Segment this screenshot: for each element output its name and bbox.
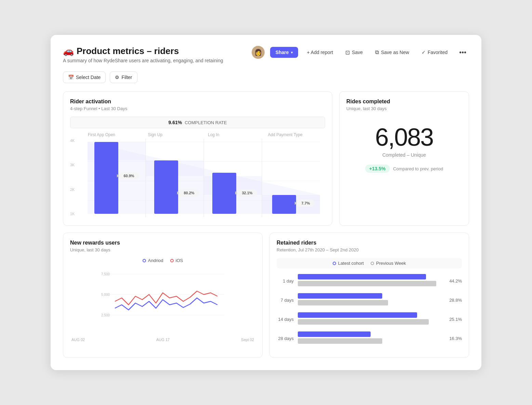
avatar: 👩 — [252, 46, 265, 59]
save-button[interactable]: ⊡ Save — [342, 47, 366, 58]
retention-bar-secondary — [298, 300, 388, 305]
funnel-y-axis: 1K 2K 3K 4K — [70, 139, 82, 219]
page-title: 🚗 Product metrics – riders — [63, 46, 223, 56]
retention-bars — [298, 293, 443, 307]
header-right: 👩 Share ▾ + Add report ⊡ Save ⧉ Save as … — [252, 46, 469, 59]
app-container: 🚗 Product metrics – riders A summary of … — [51, 35, 481, 370]
x-axis-labels: AUG 02 AUG 17 Sept 02 — [70, 336, 255, 342]
save-icon: ⊡ — [345, 49, 350, 56]
retention-bars — [298, 274, 443, 288]
retention-pct: 16.3% — [448, 336, 462, 341]
bottom-grid: New rewards users Unique, last 30 days A… — [63, 233, 469, 358]
retention-row: 1 day 44.2% — [277, 274, 462, 288]
toolbar: 📅 Select Date ⚙ Filter — [63, 71, 469, 83]
legend-previous-week: Previous Week — [371, 261, 406, 266]
retained-riders-subtitle: Retention, Jul 27th 2020 – Sept 2nd 2020 — [277, 247, 462, 252]
retention-day-label: 1 day — [277, 278, 294, 284]
col-label-3: Add Payment Type — [264, 132, 324, 137]
retention-bar-secondary — [298, 319, 429, 325]
change-badge: +13.5% — [365, 165, 390, 173]
more-options-button[interactable]: ••• — [456, 47, 469, 58]
svg-text:32.1%: 32.1% — [242, 191, 252, 195]
rides-value: 6,083 — [346, 125, 462, 149]
android-dot — [143, 259, 146, 262]
rides-value-label: Completed – Unique — [346, 152, 462, 158]
funnel-chart: 1K 2K 3K 4K First App Open Sign Up Log I… — [70, 132, 325, 219]
page-subtitle: A summary of how RydeShare users are act… — [63, 58, 223, 63]
legend-ios: iOS — [170, 258, 183, 263]
svg-rect-11 — [212, 173, 236, 214]
svg-text:60.9%: 60.9% — [123, 174, 134, 178]
add-report-button[interactable]: + Add report — [304, 48, 337, 57]
col-label-0: First App Open — [84, 132, 144, 137]
retention-bar-primary — [298, 331, 371, 337]
retention-bar-secondary — [298, 338, 382, 344]
favorited-button[interactable]: ✓ Favorited — [418, 48, 451, 57]
svg-text:2,500: 2,500 — [101, 313, 110, 317]
calendar-icon: 📅 — [68, 75, 74, 80]
retention-bar-primary — [298, 293, 382, 299]
rider-activation-title: Rider activation — [70, 99, 325, 105]
copy-icon: ⧉ — [375, 49, 379, 55]
retained-riders-card: Retained riders Retention, Jul 27th 2020… — [269, 233, 469, 358]
new-rewards-subtitle: Unique, last 30 days — [70, 247, 255, 252]
rides-completed-card: Rides completed Unique, last 30 days 6,0… — [339, 91, 469, 226]
rides-completed-subtitle: Unique, last 30 days — [346, 106, 462, 111]
share-button[interactable]: Share ▾ — [270, 47, 298, 58]
check-icon: ✓ — [422, 50, 426, 55]
retention-row: 7 days 28.8% — [277, 293, 462, 307]
rider-activation-subtitle: 4-step Funnel • Last 30 Days — [70, 106, 325, 111]
filter-button[interactable]: ⚙ Filter — [110, 71, 137, 83]
funnel-svg: 60.9% 80.2% 32.1% 7.7% — [82, 139, 325, 217]
save-as-new-button[interactable]: ⧉ Save as New — [372, 47, 412, 57]
svg-text:7.7%: 7.7% — [301, 201, 310, 205]
rides-change: +13.5% Compared to prev. period — [346, 165, 462, 173]
retention-bar-secondary — [298, 281, 436, 286]
svg-rect-9 — [94, 142, 118, 214]
new-rewards-card: New rewards users Unique, last 30 days A… — [63, 233, 263, 358]
col-label-1: Sign Up — [144, 132, 204, 137]
svg-rect-12 — [272, 195, 296, 214]
retention-pct: 28.8% — [448, 298, 462, 303]
ios-dot — [170, 259, 174, 262]
rides-metric: 6,083 Completed – Unique +13.5% Compared… — [346, 117, 462, 178]
change-label: Compared to prev. period — [393, 166, 443, 171]
svg-text:80.2%: 80.2% — [184, 191, 194, 195]
latest-cohort-dot — [333, 262, 336, 265]
chevron-down-icon: ▾ — [291, 51, 293, 54]
header-left: 🚗 Product metrics – riders A summary of … — [63, 46, 223, 63]
retention-day-label: 28 days — [277, 336, 294, 341]
col-label-2: Log In — [204, 132, 264, 137]
new-rewards-title: New rewards users — [70, 240, 255, 246]
select-date-button[interactable]: 📅 Select Date — [63, 71, 106, 83]
line-legend: Andriod iOS — [70, 258, 255, 263]
retention-pct: 25.1% — [448, 317, 462, 322]
col-labels: First App Open Sign Up Log In Add Paymen… — [82, 132, 325, 137]
retention-day-label: 7 days — [277, 298, 294, 303]
retention-row: 28 days 16.3% — [277, 331, 462, 345]
retention-bar-primary — [298, 312, 417, 318]
retention-bars — [298, 312, 443, 326]
retention-pct: 44.2% — [448, 278, 462, 284]
completion-rate-label: COMPLETION RATE — [185, 120, 227, 125]
legend-latest-cohort: Latest cohort — [333, 261, 364, 266]
line-chart: 7,500 5,000 2,500 — [69, 267, 257, 336]
retained-riders-title: Retained riders — [277, 240, 462, 246]
completion-rate-header: 9.61% COMPLETION RATE — [70, 117, 325, 128]
completion-rate-value: 9.61% — [169, 120, 182, 125]
svg-rect-10 — [154, 160, 178, 214]
previous-week-dot — [371, 262, 374, 265]
retention-rows: 1 day 44.2% 7 days 28.8% 14 days 25.1% 2… — [277, 274, 462, 345]
car-emoji: 🚗 — [63, 46, 74, 56]
retention-bars — [298, 331, 443, 345]
svg-text:5,000: 5,000 — [101, 293, 110, 297]
rider-activation-card: Rider activation 4-step Funnel • Last 30… — [63, 91, 332, 226]
svg-text:7,500: 7,500 — [101, 272, 110, 276]
retention-bar-primary — [298, 274, 426, 279]
line-chart-svg: 7,500 5,000 2,500 — [69, 267, 257, 336]
header: 🚗 Product metrics – riders A summary of … — [63, 46, 469, 63]
legend-android: Andriod — [143, 258, 163, 263]
retention-legend: Latest cohort Previous Week — [277, 258, 462, 269]
retention-row: 14 days 25.1% — [277, 312, 462, 326]
rides-completed-title: Rides completed — [346, 99, 462, 105]
